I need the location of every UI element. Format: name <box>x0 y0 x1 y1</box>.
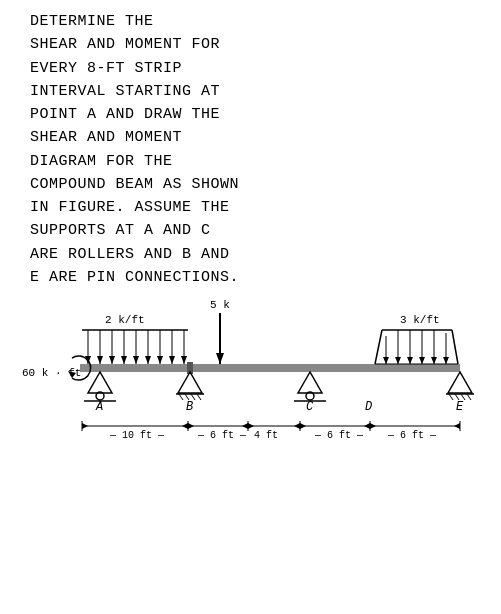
dim-arr-mid-left <box>248 423 254 429</box>
label-d: D <box>365 400 372 414</box>
dl-de-arr6-head <box>443 357 449 364</box>
support-e-hash1 <box>449 394 453 400</box>
dist-load-de-right-slant <box>452 330 458 364</box>
dim-arr-ab-left <box>82 423 88 429</box>
dl-de-arr1-head <box>383 357 389 364</box>
dim-label-mid: 4 ft <box>254 430 278 441</box>
dim-arr-ab-right <box>182 423 188 429</box>
text-line-6: SHEAR AND MOMENT <box>30 126 491 149</box>
label-b: B <box>186 400 193 414</box>
beam-segment-bc <box>190 364 300 372</box>
label-a: A <box>95 400 103 414</box>
load-de-label: 3 k/ft <box>400 314 440 326</box>
problem-text: DETERMINE THE SHEAR AND MOMENT FOR EVERY… <box>30 10 491 289</box>
text-line-1: DETERMINE THE <box>30 10 491 33</box>
dl-ab-arr4-head <box>121 356 127 364</box>
dl-ab-arr3-head <box>109 356 115 364</box>
page: DETERMINE THE SHEAR AND MOMENT FOR EVERY… <box>0 0 501 614</box>
dim-arr-mid-right <box>294 423 300 429</box>
point-load-5k-head <box>216 353 224 364</box>
text-line-7: DIAGRAM FOR THE <box>30 150 491 173</box>
dl-ab-arr5-head <box>133 356 139 364</box>
support-b-hash1 <box>179 394 183 400</box>
support-b-triangle <box>178 372 202 393</box>
beam-segment-de <box>370 364 460 372</box>
dim-arr-cd-right <box>364 423 370 429</box>
load-5k-label: 5 k <box>210 299 230 311</box>
dl-de-arr5-head <box>431 357 437 364</box>
dim-arr-cd-left <box>300 423 306 429</box>
dl-ab-arr9-head <box>181 356 187 364</box>
dl-de-arr3-head <box>407 357 413 364</box>
text-line-9: IN FIGURE. ASSUME THE <box>30 196 491 219</box>
text-line-5: POINT A AND DRAW THE <box>30 103 491 126</box>
text-line-10: SUPPORTS AT A AND C <box>30 219 491 242</box>
beam-segment-ab <box>80 364 190 372</box>
support-e-hash4 <box>467 394 471 400</box>
support-c-triangle <box>298 372 322 393</box>
load-ab-label: 2 k/ft <box>105 314 145 326</box>
text-line-3: EVERY 8-FT STRIP <box>30 57 491 80</box>
label-c: C <box>306 400 314 414</box>
support-a-triangle <box>88 372 112 393</box>
dl-de-arr2-head <box>395 357 401 364</box>
beam-diagram-container: 2 k/ft 5 k <box>20 258 491 458</box>
dl-de-arr4-head <box>419 357 425 364</box>
dim-label-de: — 6 ft — <box>387 430 437 441</box>
dim-arr-de-right <box>454 423 460 429</box>
support-e-triangle <box>448 372 472 393</box>
support-b-hash4 <box>197 394 201 400</box>
dim-label-bc: — 6 ft — <box>197 430 247 441</box>
dl-ab-arr8-head <box>169 356 175 364</box>
text-line-8: COMPOUND BEAM AS SHOWN <box>30 173 491 196</box>
dim-label-ab: — 10 ft — <box>109 430 165 441</box>
dl-ab-arr2-head <box>97 356 103 364</box>
beam-segment-cd <box>300 364 370 372</box>
dim-arr-bc-left <box>188 423 194 429</box>
beam-diagram-svg: 2 k/ft 5 k <box>20 258 490 458</box>
dl-ab-arr7-head <box>157 356 163 364</box>
dist-load-de-left-slant <box>375 330 382 364</box>
text-line-4: INTERVAL STARTING AT <box>30 80 491 103</box>
dl-ab-arr6-head <box>145 356 151 364</box>
dim-arr-bc-right <box>242 423 248 429</box>
dim-arr-de-left <box>370 423 376 429</box>
text-line-2: SHEAR AND MOMENT FOR <box>30 33 491 56</box>
dim-label-cd: — 6 ft — <box>314 430 364 441</box>
label-e: E <box>456 400 464 414</box>
